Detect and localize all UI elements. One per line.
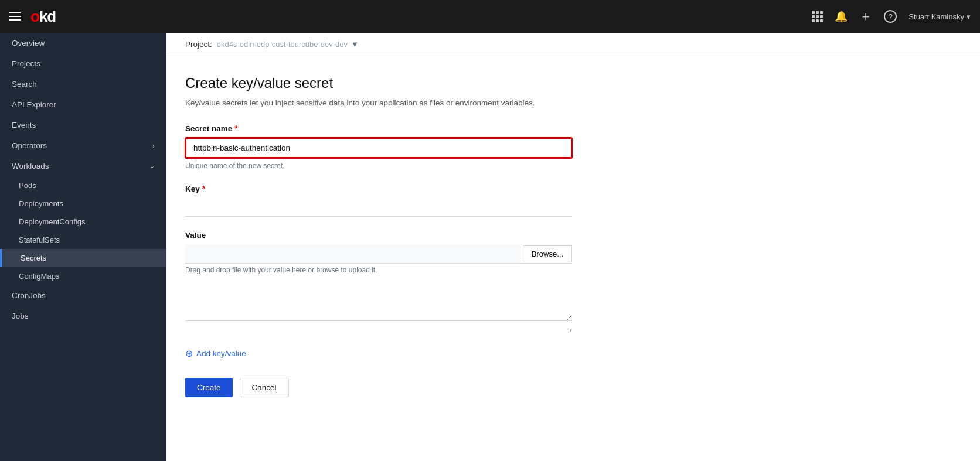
- create-button[interactable]: Create: [185, 378, 233, 397]
- sidebar-item-api-explorer[interactable]: API Explorer: [0, 94, 166, 115]
- logo-o: o: [30, 8, 39, 25]
- secret-name-hint: Unique name of the new secret.: [185, 162, 675, 170]
- workloads-label: Workloads: [12, 162, 49, 170]
- add-kv-label: Add key/value: [196, 349, 246, 358]
- sidebar-item-search[interactable]: Search: [0, 74, 166, 94]
- workloads-chevron: ⌄: [149, 162, 155, 170]
- top-navigation: okd 🔔 ＋ ? Stuart Kaminsky ▾: [0, 0, 980, 33]
- sidebar-item-projects[interactable]: Projects: [0, 53, 166, 74]
- project-selector[interactable]: okd4s-odin-edp-cust-tourcube-dev-dev ▼: [217, 40, 359, 49]
- logo-kd: kd: [39, 8, 56, 25]
- browse-button[interactable]: Browse...: [523, 245, 572, 262]
- sidebar-item-overview[interactable]: Overview: [0, 33, 166, 53]
- secret-name-group: Secret name * Unique name of the new sec…: [185, 124, 675, 170]
- project-name: okd4s-odin-edp-cust-tourcube-dev-dev: [217, 40, 348, 49]
- value-label: Value: [185, 231, 675, 240]
- sidebar-item-cronjobs[interactable]: CronJobs: [0, 285, 166, 306]
- project-dropdown-arrow: ▼: [351, 40, 359, 49]
- user-menu[interactable]: Stuart Kaminsky ▾: [908, 12, 971, 21]
- key-required: *: [202, 184, 205, 193]
- add-key-value[interactable]: ⊕ Add key/value: [185, 348, 675, 359]
- project-bar: Project: okd4s-odin-edp-cust-tourcube-de…: [166, 33, 980, 56]
- value-drag-hint: Drag and drop file with your value here …: [185, 266, 675, 274]
- key-input[interactable]: [185, 198, 572, 217]
- username-label: Stuart Kaminsky: [908, 12, 964, 21]
- user-dropdown-arrow: ▾: [967, 12, 971, 21]
- top-nav-actions: 🔔 ＋ ? Stuart Kaminsky ▾: [812, 8, 971, 25]
- action-buttons: Create Cancel: [185, 378, 675, 397]
- value-file-wrapper: Browse...: [185, 244, 572, 264]
- operators-chevron: ›: [152, 142, 155, 149]
- sidebar-item-secrets[interactable]: Secrets: [0, 249, 166, 267]
- hamburger-menu[interactable]: [9, 12, 21, 21]
- sidebar-item-jobs[interactable]: Jobs: [0, 306, 166, 326]
- value-textarea[interactable]: [185, 274, 572, 321]
- cancel-button[interactable]: Cancel: [240, 378, 289, 397]
- sidebar-section-workloads[interactable]: Workloads ⌄: [0, 156, 166, 176]
- sidebar-section-operators[interactable]: Operators ›: [0, 135, 166, 156]
- key-label: Key *: [185, 184, 675, 193]
- operators-label: Operators: [12, 141, 47, 150]
- form-area: Create key/value secret Key/value secret…: [166, 56, 694, 416]
- grid-icon[interactable]: [812, 11, 823, 22]
- value-group: Value Browse... Drag and drop file with …: [185, 231, 675, 334]
- sidebar-item-statefulsets[interactable]: StatefulSets: [0, 231, 166, 249]
- secret-name-input[interactable]: [185, 138, 572, 158]
- secret-name-required: *: [234, 124, 237, 133]
- app-logo: okd: [30, 8, 56, 26]
- sidebar: Overview Projects Search API Explorer Ev…: [0, 33, 166, 461]
- resize-handle: ⌟: [185, 323, 572, 334]
- page-title: Create key/value secret: [185, 75, 675, 91]
- project-label: Project:: [185, 40, 212, 49]
- value-file-display: [185, 244, 520, 263]
- sidebar-item-deployments[interactable]: Deployments: [0, 194, 166, 213]
- sidebar-item-configmaps[interactable]: ConfigMaps: [0, 267, 166, 285]
- key-group: Key *: [185, 184, 675, 217]
- sidebar-item-events[interactable]: Events: [0, 115, 166, 135]
- add-kv-icon: ⊕: [185, 348, 193, 359]
- plus-icon[interactable]: ＋: [859, 8, 872, 25]
- help-icon[interactable]: ?: [884, 10, 897, 23]
- app-body: Overview Projects Search API Explorer Ev…: [0, 33, 980, 461]
- bell-icon[interactable]: 🔔: [835, 10, 848, 23]
- sidebar-item-pods[interactable]: Pods: [0, 176, 166, 194]
- sidebar-item-deploymentconfigs[interactable]: DeploymentConfigs: [0, 213, 166, 231]
- logo-text: okd: [30, 8, 56, 26]
- page-description: Key/value secrets let you inject sensiti…: [185, 98, 675, 107]
- main-content: Project: okd4s-odin-edp-cust-tourcube-de…: [166, 33, 980, 461]
- secret-name-label: Secret name *: [185, 124, 675, 133]
